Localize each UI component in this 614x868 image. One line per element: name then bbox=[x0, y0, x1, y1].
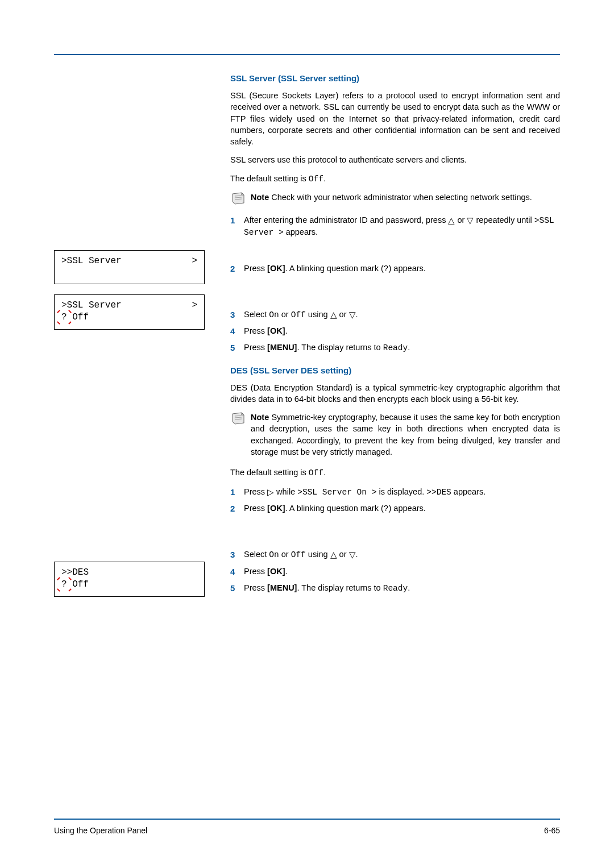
lcd2-left: >SSL Server bbox=[61, 300, 122, 312]
triangle-down-icon: ▽ bbox=[349, 549, 356, 560]
step-2: 2 Press [OK]. A blinking question mark (… bbox=[230, 263, 560, 275]
triangle-down-icon: ▽ bbox=[467, 215, 474, 226]
top-rule bbox=[54, 54, 560, 55]
steps-ssl: 1 After entering the administrator ID an… bbox=[230, 214, 560, 354]
step-4: 4 Press [OK]. bbox=[230, 325, 560, 337]
step-2: 2 Press [OK]. A blinking question mark (… bbox=[230, 502, 560, 514]
right-column: SSL Server (SSL Server setting) SSL (Sec… bbox=[230, 72, 560, 607]
triangle-down-icon: ▽ bbox=[349, 309, 356, 321]
lcd1-right: > bbox=[192, 255, 197, 267]
step-3: 3 Select On or Off using △ or ▽. bbox=[230, 549, 560, 560]
lcd1-left: >SSL Server bbox=[61, 255, 122, 267]
heading-des: DES (SSL Server DES setting) bbox=[230, 364, 560, 376]
step-1: 1 After entering the administrator ID an… bbox=[230, 214, 560, 239]
lcd2-line2: ? Off bbox=[61, 312, 197, 323]
step-1: 1 Press ▷ while >SSL Server On > is disp… bbox=[230, 486, 560, 498]
note-icon bbox=[230, 412, 246, 425]
ssl-para2: SSL servers use this protocol to authent… bbox=[230, 154, 560, 165]
des-para3: The default setting is Off. bbox=[230, 467, 560, 479]
note-label: Note bbox=[251, 193, 269, 202]
lcd-des-off: >>DES ? Off bbox=[54, 562, 205, 597]
footer-left: Using the Operation Panel bbox=[54, 825, 147, 837]
steps-des: 1 Press ▷ while >SSL Server On > is disp… bbox=[230, 486, 560, 594]
note-des: Note Symmetric-key cryptography, because… bbox=[230, 412, 560, 458]
triangle-up-icon: △ bbox=[330, 549, 337, 560]
footer-right: 6-65 bbox=[544, 825, 560, 837]
des-para1: DES (Data Encryption Standard) is a typi… bbox=[230, 382, 560, 405]
ssl-para1: SSL (Secure Sockets Layer) refers to a p… bbox=[230, 90, 560, 147]
triangle-up-icon: △ bbox=[448, 215, 455, 226]
left-column: >SSL Server > >SSL Server > ? Off >>DES bbox=[54, 72, 219, 607]
lcd3-line2: ? Off bbox=[61, 579, 197, 591]
content-area: >SSL Server > >SSL Server > ? Off >>DES bbox=[54, 72, 560, 607]
heading-ssl-server: SSL Server (SSL Server setting) bbox=[230, 72, 560, 84]
lcd-ssl-server-off: >SSL Server > ? Off bbox=[54, 294, 205, 330]
step-4: 4 Press [OK]. bbox=[230, 566, 560, 578]
triangle-right-icon: ▷ bbox=[267, 487, 274, 498]
lcd2-right: > bbox=[192, 300, 197, 312]
page-footer: Using the Operation Panel 6-65 bbox=[54, 819, 560, 837]
note-label: Note bbox=[251, 413, 269, 422]
triangle-up-icon: △ bbox=[330, 309, 337, 321]
step-5: 5 Press [MENU]. The display returns to R… bbox=[230, 342, 560, 354]
step-5: 5 Press [MENU]. The display returns to R… bbox=[230, 582, 560, 594]
step-3: 3 Select On or Off using △ or ▽. bbox=[230, 309, 560, 321]
note-ssl: Note Check with your network administrat… bbox=[230, 192, 560, 205]
lcd-ssl-server: >SSL Server > bbox=[54, 250, 205, 284]
note-icon bbox=[230, 192, 246, 205]
lcd3-line1: >>DES bbox=[61, 567, 197, 579]
ssl-para3: The default setting is Off. bbox=[230, 173, 560, 185]
